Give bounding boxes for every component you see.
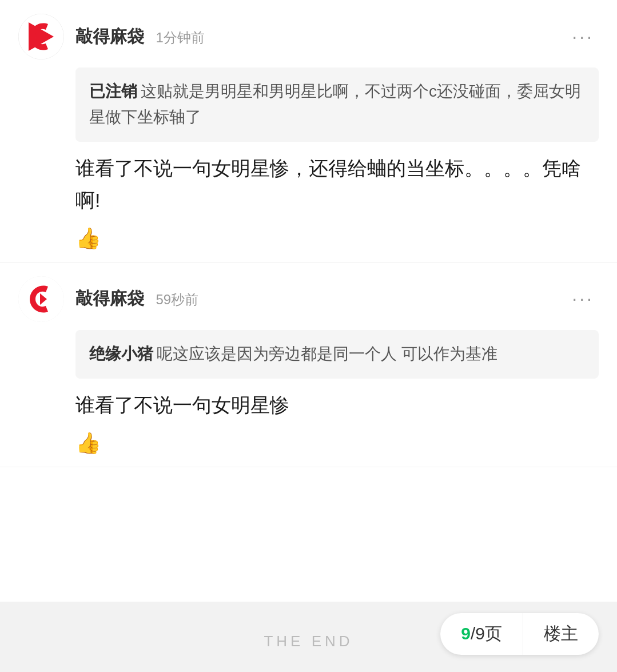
user-info: 敲得麻袋 59秒前 [75, 287, 567, 311]
current-page: 9 [461, 624, 471, 643]
page-label: 页 [485, 624, 502, 643]
comment-header: 敲得麻袋 59秒前 ··· [18, 276, 599, 322]
comment-text: 谁看了不说一句女明星惨 [75, 389, 599, 421]
more-options-button[interactable]: ··· [567, 286, 599, 312]
like-button[interactable]: 👍 [75, 431, 599, 455]
quoted-username: 已注销 [89, 82, 137, 100]
comment-item: 敲得麻袋 59秒前 ··· 绝缘小猪呢这应该是因为旁边都是同一个人 可以作为基准… [0, 263, 617, 467]
comment-body: 已注销这贴就是男明星和男明星比啊，不过两个c还没碰面，委屈女明星做下坐标轴了 谁… [75, 67, 599, 250]
bottom-controls: 9/9页 楼主 [440, 613, 599, 655]
quoted-comment: 已注销这贴就是男明星和男明星比啊，不过两个c还没碰面，委屈女明星做下坐标轴了 [75, 67, 599, 142]
quoted-comment: 绝缘小猪呢这应该是因为旁边都是同一个人 可以作为基准 [75, 330, 599, 379]
comment-body: 绝缘小猪呢这应该是因为旁边都是同一个人 可以作为基准 谁看了不说一句女明星惨 👍 [75, 330, 599, 455]
thumbs-up-icon: 👍 [75, 431, 101, 455]
page-indicator[interactable]: 9/9页 [440, 613, 523, 655]
post-time: 1分钟前 [156, 30, 204, 45]
bottom-bar: THE END 9/9页 楼主 [0, 602, 617, 672]
post-time: 59秒前 [156, 292, 198, 307]
comment-text: 谁看了不说一句女明星惨，还得给蛐的当坐标。。。。凭啥啊! [75, 152, 599, 216]
quoted-text: 这贴就是男明星和男明星比啊，不过两个c还没碰面，委屈女明星做下坐标轴了 [89, 82, 581, 126]
username: 敲得麻袋 [75, 27, 144, 46]
more-options-button[interactable]: ··· [567, 24, 599, 50]
avatar[interactable] [18, 14, 64, 59]
comments-list: 敲得麻袋 1分钟前 ··· 已注销这贴就是男明星和男明星比啊，不过两个c还没碰面… [0, 0, 617, 467]
avatar[interactable] [18, 276, 64, 322]
like-button[interactable]: 👍 [75, 226, 599, 250]
comment-header: 敲得麻袋 1分钟前 ··· [18, 14, 599, 59]
host-button[interactable]: 楼主 [523, 613, 599, 655]
quoted-text: 呢这应该是因为旁边都是同一个人 可以作为基准 [157, 345, 497, 363]
username: 敲得麻袋 [75, 289, 144, 308]
thumbs-up-icon: 👍 [75, 226, 101, 250]
user-info: 敲得麻袋 1分钟前 [75, 25, 567, 49]
the-end-label: THE END [264, 633, 353, 650]
total-pages: 9 [475, 624, 485, 643]
comment-item: 敲得麻袋 1分钟前 ··· 已注销这贴就是男明星和男明星比啊，不过两个c还没碰面… [0, 0, 617, 263]
pagination-controls: 9/9页 楼主 [440, 613, 599, 655]
quoted-username: 绝缘小猪 [89, 345, 153, 363]
